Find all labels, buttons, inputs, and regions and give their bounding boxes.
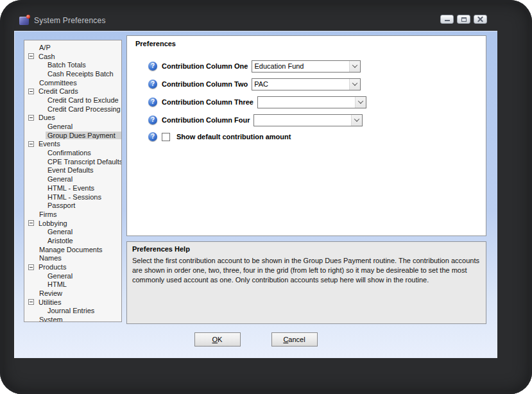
tree-item-events[interactable]: Events bbox=[24, 140, 121, 149]
show-default-contribution-label: Show default contribution amount bbox=[176, 133, 291, 141]
tree-item-products-general[interactable]: General bbox=[24, 271, 121, 280]
app-icon bbox=[19, 17, 29, 25]
contribution-column-three-row: Contribution Column Three bbox=[127, 93, 486, 111]
tree-item-ap[interactable]: A/P bbox=[24, 43, 121, 52]
preferences-heading: Preferences bbox=[135, 40, 176, 47]
preferences-panel: Preferences Contribution Column One Educ… bbox=[126, 35, 486, 236]
tree-item-lobbying-general[interactable]: General bbox=[24, 227, 121, 236]
collapse-icon[interactable] bbox=[28, 89, 34, 94]
contribution-column-three-combobox[interactable] bbox=[257, 96, 366, 108]
collapse-icon[interactable] bbox=[28, 115, 34, 121]
dialog-client-area: A/P Cash Batch Totals Cash Receipts Batc… bbox=[14, 31, 497, 358]
minimize-icon bbox=[445, 20, 450, 21]
tree-item-names[interactable]: Names bbox=[24, 254, 121, 263]
contribution-column-four-combobox[interactable] bbox=[253, 114, 363, 126]
help-icon[interactable] bbox=[148, 62, 157, 71]
window-controls bbox=[440, 15, 487, 24]
help-icon[interactable] bbox=[148, 116, 157, 124]
combo-dropdown-button[interactable] bbox=[351, 115, 362, 126]
tree-item-journal-entries[interactable]: Journal Entries bbox=[24, 307, 121, 316]
combo-selected-value: PAC bbox=[252, 79, 349, 90]
contribution-column-one-row: Contribution Column One Education Fund bbox=[127, 57, 486, 75]
tree-item-lobbying[interactable]: Lobbying bbox=[24, 219, 121, 228]
cancel-button[interactable]: Cancel bbox=[271, 332, 318, 347]
collapse-icon[interactable] bbox=[28, 53, 34, 59]
titlebar[interactable]: System Preferences bbox=[19, 13, 497, 28]
minimize-button[interactable] bbox=[440, 15, 454, 24]
contribution-column-four-row: Contribution Column Four bbox=[127, 111, 486, 129]
preferences-help-panel: Preferences Help Select the first contri… bbox=[126, 241, 486, 324]
tree-item-review[interactable]: Review bbox=[24, 289, 121, 298]
collapse-icon[interactable] bbox=[28, 220, 34, 226]
maximize-icon bbox=[461, 17, 467, 22]
contribution-column-two-row: Contribution Column Two PAC bbox=[127, 75, 486, 93]
tree-item-cash-receipts-batch[interactable]: Cash Receipts Batch bbox=[24, 69, 121, 78]
tree-item-utilities[interactable]: Utilities bbox=[24, 298, 121, 307]
combo-dropdown-button[interactable] bbox=[349, 79, 360, 90]
combo-selected-value bbox=[258, 97, 355, 108]
chevron-down-icon bbox=[352, 62, 357, 67]
preferences-rows: Contribution Column One Education Fund C… bbox=[127, 57, 486, 144]
preferences-tree: A/P Cash Batch Totals Cash Receipts Batc… bbox=[24, 40, 122, 322]
collapse-icon[interactable] bbox=[28, 264, 34, 270]
close-button[interactable] bbox=[474, 15, 487, 24]
tree-item-group-dues-payment[interactable]: Group Dues Payment bbox=[24, 131, 121, 140]
combo-dropdown-button[interactable] bbox=[349, 61, 360, 72]
tree-item-committees[interactable]: Committees bbox=[24, 78, 121, 87]
tree-item-credit-cards[interactable]: Credit Cards bbox=[24, 87, 121, 96]
combo-selected-value: Education Fund bbox=[252, 61, 349, 72]
contribution-column-two-combobox[interactable]: PAC bbox=[252, 78, 361, 90]
contribution-column-one-label: Contribution Column One bbox=[162, 62, 248, 70]
help-icon[interactable] bbox=[148, 98, 157, 107]
help-heading: Preferences Help bbox=[132, 245, 481, 253]
contribution-column-three-label: Contribution Column Three bbox=[162, 98, 253, 106]
tree-item-cpe-transcript-defaults[interactable]: CPE Transcript Defaults bbox=[24, 157, 121, 166]
tree-item-confirmations[interactable]: Confirmations bbox=[24, 148, 121, 157]
help-icon[interactable] bbox=[148, 80, 157, 89]
tree-item-aristotle[interactable]: Aristotle bbox=[24, 236, 121, 245]
window-title: System Preferences bbox=[34, 16, 106, 25]
collapse-icon[interactable] bbox=[28, 141, 34, 147]
system-preferences-window: System Preferences A/P Cash Batch Totals… bbox=[0, 0, 532, 394]
tree-item-products-html[interactable]: HTML bbox=[24, 280, 121, 289]
show-default-contribution-checkbox[interactable] bbox=[162, 133, 170, 141]
tree-item-dues[interactable]: Dues bbox=[24, 114, 121, 123]
contribution-column-four-label: Contribution Column Four bbox=[162, 116, 250, 124]
chevron-down-icon bbox=[354, 116, 359, 121]
tree-item-firms[interactable]: Firms bbox=[24, 210, 121, 219]
tree-item-credit-card-to-exclude[interactable]: Credit Card to Exclude bbox=[24, 96, 121, 105]
show-default-contribution-row: Show default contribution amount bbox=[127, 129, 486, 144]
tree-item-system[interactable]: System bbox=[24, 315, 121, 322]
maximize-button[interactable] bbox=[457, 15, 470, 24]
combo-dropdown-button[interactable] bbox=[355, 97, 366, 108]
tree-item-dues-general[interactable]: General bbox=[24, 122, 121, 131]
tree-item-credit-card-processing[interactable]: Credit Card Processing bbox=[24, 105, 121, 114]
tree-item-products[interactable]: Products bbox=[24, 262, 121, 271]
tree-item-html-events[interactable]: HTML - Events bbox=[24, 184, 121, 193]
contribution-column-two-label: Contribution Column Two bbox=[162, 80, 248, 88]
ok-button[interactable]: OK bbox=[194, 332, 241, 347]
chevron-down-icon bbox=[352, 80, 357, 85]
combo-selected-value bbox=[254, 115, 351, 126]
chevron-down-icon bbox=[358, 98, 363, 103]
tree-item-event-defaults[interactable]: Event Defaults bbox=[24, 166, 121, 175]
dialog-buttons: OK Cancel bbox=[14, 332, 497, 347]
help-text: Select the first contribution account to… bbox=[132, 256, 481, 285]
tree-item-html-sessions[interactable]: HTML - Sessions bbox=[24, 193, 121, 201]
contribution-column-one-combobox[interactable]: Education Fund bbox=[252, 60, 361, 73]
tree-item-batch-totals[interactable]: Batch Totals bbox=[24, 60, 121, 69]
tree-item-passport[interactable]: Passport bbox=[24, 201, 121, 210]
tree-item-events-general[interactable]: General bbox=[24, 175, 121, 184]
close-icon bbox=[477, 17, 483, 22]
tree-item-manage-documents[interactable]: Manage Documents bbox=[24, 245, 121, 254]
help-icon[interactable] bbox=[148, 132, 157, 141]
tree-item-cash[interactable]: Cash bbox=[24, 52, 121, 61]
collapse-icon[interactable] bbox=[28, 299, 34, 305]
